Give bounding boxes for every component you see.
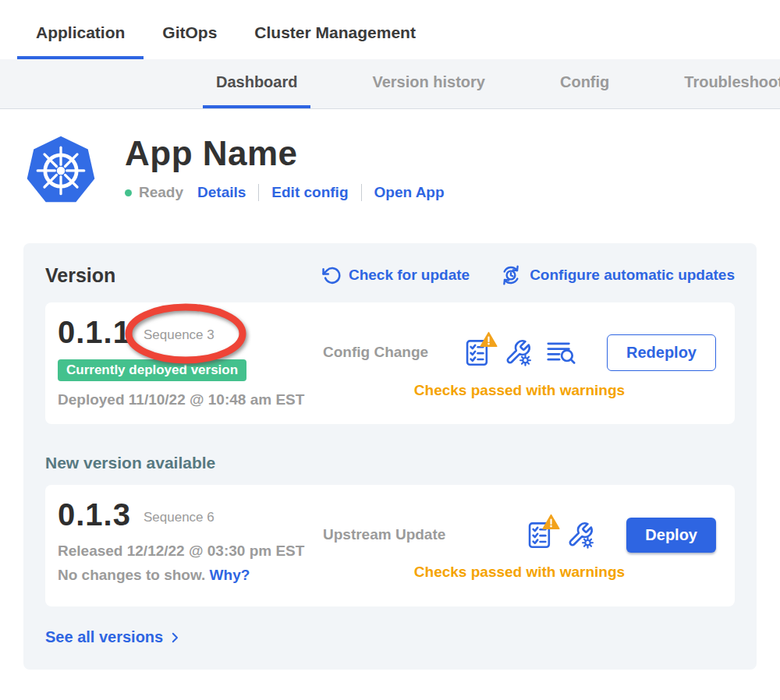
released-timestamp: Released 12/12/22 @ 03:30 pm EST — [58, 543, 323, 560]
divider — [361, 184, 362, 201]
tab-config[interactable]: Config — [547, 59, 622, 108]
chevron-right-icon — [168, 631, 182, 645]
view-config-button[interactable] — [566, 520, 595, 550]
see-all-versions-link[interactable]: See all versions — [45, 628, 182, 646]
tab-version-history[interactable]: Version history — [359, 59, 498, 108]
version-section-title: Version — [45, 264, 115, 287]
tab-cluster-management[interactable]: Cluster Management — [236, 9, 434, 59]
preflight-checks-button[interactable] — [466, 338, 489, 366]
view-diff-button[interactable] — [547, 341, 576, 365]
see-all-versions-label: See all versions — [45, 628, 163, 646]
warning-triangle-icon — [542, 514, 560, 530]
status-dot — [125, 189, 132, 196]
current-version-number: 0.1.1 — [58, 315, 131, 350]
deployed-timestamp: Deployed 11/10/22 @ 10:48 am EST — [58, 391, 323, 408]
preflight-checks-button[interactable] — [528, 521, 551, 549]
tab-gitops[interactable]: GitOps — [144, 9, 236, 59]
details-link[interactable]: Details — [197, 184, 246, 201]
status-label: Ready — [139, 184, 183, 201]
why-link[interactable]: Why? — [210, 567, 250, 583]
currently-deployed-badge: Currently deployed version — [58, 359, 246, 381]
available-version-number: 0.1.3 — [58, 497, 131, 532]
deploy-button[interactable]: Deploy — [626, 518, 716, 553]
checks-status: Checks passed with warnings — [323, 564, 716, 581]
configure-automatic-updates-button[interactable]: Configure automatic updates — [499, 263, 735, 287]
warning-triangle-icon — [480, 331, 498, 348]
refresh-icon — [322, 266, 342, 285]
check-for-update-label: Check for update — [349, 267, 470, 284]
current-sequence-label: Sequence 3 — [144, 327, 214, 343]
view-config-button[interactable] — [503, 338, 533, 367]
new-version-heading: New version available — [45, 454, 735, 472]
tab-dashboard[interactable]: Dashboard — [203, 59, 310, 108]
schedule-update-icon — [499, 263, 523, 287]
tab-application[interactable]: Application — [17, 9, 144, 59]
checks-status: Checks passed with warnings — [323, 382, 716, 399]
current-version-card: 0.1.1 Sequence 3 Currently deployed vers… — [45, 302, 735, 424]
tab-troubleshoot[interactable]: Troubleshoot — [671, 59, 780, 108]
sub-nav: Dashboard Version history Config Trouble… — [0, 59, 780, 109]
redeploy-button[interactable]: Redeploy — [607, 334, 716, 371]
version-section: Version Check for update Configure — [23, 243, 757, 670]
kubernetes-logo-icon — [23, 133, 98, 207]
version-source-label: Config Change — [323, 344, 428, 361]
wrench-gear-icon — [503, 338, 533, 367]
page-title: App Name — [125, 134, 445, 173]
open-app-link[interactable]: Open App — [374, 184, 445, 201]
check-for-update-button[interactable]: Check for update — [322, 266, 470, 285]
edit-config-link[interactable]: Edit config — [271, 184, 348, 201]
no-changes-text: No changes to show. — [58, 567, 205, 583]
available-sequence-label: Sequence 6 — [144, 510, 214, 525]
divider — [258, 184, 259, 201]
top-nav: Application GitOps Cluster Management — [0, 0, 780, 59]
available-version-card: 0.1.3 Sequence 6 Released 12/12/22 @ 03:… — [45, 485, 735, 606]
app-header: App Name Ready Details Edit config Open … — [23, 133, 780, 207]
file-search-icon — [547, 341, 576, 365]
wrench-gear-icon — [566, 520, 595, 550]
version-source-label: Upstream Update — [323, 526, 445, 543]
configure-automatic-updates-label: Configure automatic updates — [530, 267, 735, 284]
